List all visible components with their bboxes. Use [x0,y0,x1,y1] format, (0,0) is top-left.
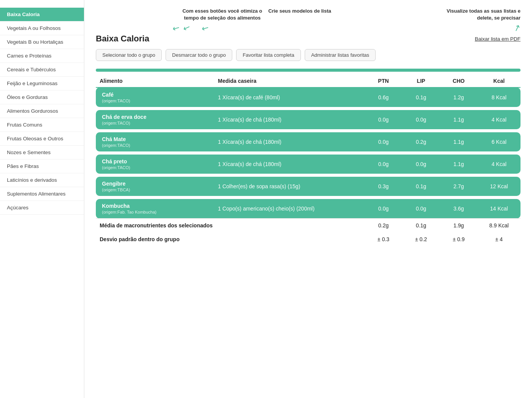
sidebar-item-13[interactable]: Suplementos Alimentares [0,187,84,201]
food-cho: 1.1g [440,110,478,129]
action-btn-0[interactable]: Selecionar todo o grupo [96,49,162,61]
spacer-5 [96,196,521,199]
food-origin: (origem:TBCA) [102,187,210,192]
media-cho: 1.9g [440,219,478,233]
food-lip: 0.0g [402,199,440,219]
table-row[interactable]: Gengibre (origem:TBCA) 1 Colher(es) de s… [96,177,521,196]
arrow1: ↙ [171,22,182,35]
food-cho: 1.1g [440,132,478,151]
food-kcal: 14 Kcal [478,199,521,219]
col-ptn: PTN [365,75,402,87]
food-ptn: 0.0g [365,110,402,129]
sidebar-item-10[interactable]: Nozes e Sementes [0,146,84,160]
sidebar-item-1[interactable]: Vegetais A ou Folhosos [0,21,84,35]
food-name: Kombucha [102,203,210,209]
download-pdf-label[interactable]: Baixar lista em PDF [475,36,521,42]
action-btn-1[interactable]: Desmarcar todo o grupo [166,49,232,61]
food-table: Alimento Medida caseira PTN LIP CHO [96,75,521,246]
table-row[interactable]: Café (origem:TACO) 1 Xícara(s) de café (… [96,87,521,107]
food-ptn: 0.0g [365,199,402,219]
food-lip: 0.1g [402,177,440,196]
food-ptn: 0.3g [365,177,402,196]
food-measure: 1 Xícara(s) de chá (180ml) [214,155,365,174]
food-kcal: 12 Kcal [478,177,521,196]
food-name: Café [102,92,210,98]
sidebar-item-8[interactable]: Frutas Comuns [0,118,84,132]
media-row: Média de macronutrientes dos selecionado… [96,219,521,233]
action-btn-3[interactable]: Administrar listas favoritas [305,49,376,61]
media-label: Média de macronutrientes dos selecionado… [96,219,365,233]
food-origin: (origem:TACO) [102,121,210,125]
table-row[interactable]: Chá preto (origem:TACO) 1 Xícara(s) de c… [96,155,521,174]
food-name-cell: Chá de erva doce (origem:TACO) [96,110,214,129]
top-green-bar [96,69,521,72]
food-kcal: 6 Kcal [478,132,521,151]
sidebar-item-0[interactable]: Baixa Caloria [0,8,84,21]
col-lip: LIP [402,75,440,87]
table-row[interactable]: Chá de erva doce (origem:TACO) 1 Xícara(… [96,110,521,129]
food-ptn: 0.0g [365,155,402,174]
desvio-lip: ± 0.2 [402,232,440,246]
col-cho: CHO [440,75,478,87]
sidebar-item-7[interactable]: Alimentos Gordurosos [0,104,84,118]
food-measure: 1 Xícara(s) de chá (180ml) [214,110,365,129]
food-lip: 0.0g [402,155,440,174]
page-title: Baixa Caloria [96,34,149,44]
sidebar-item-2[interactable]: Vegetais B ou Hortaliças [0,35,84,49]
food-measure: 1 Copo(s) americano(s) cheio(s) (200ml) [214,199,365,219]
food-name-cell: Chá preto (origem:TACO) [96,155,214,174]
arrow3: ↙ [200,22,211,35]
spacer-2 [96,129,521,132]
sidebar-item-5[interactable]: Feijão e Leguminosas [0,77,84,90]
spacer-4 [96,174,521,177]
col-medida: Medida caseira [214,75,365,87]
food-kcal: 4 Kcal [478,110,521,129]
sidebar-item-12[interactable]: Laticínios e derivados [0,173,84,187]
sidebar-item-9[interactable]: Frutas Oleosas e Outros [0,132,84,146]
table-row[interactable]: Chá Mate (origem:TACO) 1 Xícara(s) de ch… [96,132,521,151]
sidebar-item-14[interactable]: Açúcares [0,201,84,215]
food-name: Chá Mate [102,136,210,142]
food-origin: (origem:TACO) [102,143,210,148]
spacer-3 [96,151,521,155]
desvio-label: Desvio padrão dentro do grupo [96,232,365,246]
arrow4: ↗ [512,22,522,34]
desvio-cho: ± 0.9 [440,232,478,246]
food-lip: 0.1g [402,87,440,107]
col-alimento: Alimento [96,75,214,87]
food-origin: (origem:TACO) [102,99,210,103]
food-name: Chá de erva doce [102,114,210,120]
arrow2: ↙ [182,22,192,34]
table-row[interactable]: Kombucha (origem:Fab. Tao Kombucha) 1 Co… [96,199,521,219]
food-ptn: 0.0g [365,132,402,151]
food-measure: 1 Xícara(s) de chá (180ml) [214,132,365,151]
food-origin: (origem:TACO) [102,165,210,170]
sidebar-item-11[interactable]: Pães e Fibras [0,160,84,173]
food-name-cell: Gengibre (origem:TBCA) [96,177,214,196]
food-name: Gengibre [102,181,210,187]
food-cho: 1.1g [440,155,478,174]
sidebar-item-6[interactable]: Óleos e Gorduras [0,90,84,104]
table-header-row: Alimento Medida caseira PTN LIP CHO [96,75,521,87]
col-kcal: Kcal [478,75,521,87]
food-origin: (origem:Fab. Tao Kombucha) [102,210,210,214]
sidebar: Baixa CaloriaVegetais A ou FolhososVeget… [0,0,84,398]
desvio-row: Desvio padrão dentro do grupo ± 0.3 ± 0.… [96,232,521,246]
food-name-cell: Chá Mate (origem:TACO) [96,132,214,151]
desvio-kcal: ± 4 [478,232,521,246]
food-lip: 0.2g [402,132,440,151]
food-measure: 1 Colher(es) de sopa rasa(s) (15g) [214,177,365,196]
action-buttons-row: Selecionar todo o grupoDesmarcar todo o … [96,49,521,61]
annotation-tooltip3: Visualize todas as suas listas e delete,… [436,8,521,21]
action-btn-2[interactable]: Favoritar lista completa [236,49,300,61]
desvio-ptn: ± 0.3 [365,232,402,246]
food-ptn: 0.6g [365,87,402,107]
food-cho: 3.6g [440,199,478,219]
food-lip: 0.0g [402,110,440,129]
food-kcal: 8 Kcal [478,87,521,107]
main-content: Com esses botões você otimiza o tempo de… [84,0,532,398]
media-kcal: 8.9 Kcal [478,219,521,233]
food-measure: 1 Xícara(s) de café (80ml) [214,87,365,107]
sidebar-item-3[interactable]: Carnes e Proteínas [0,49,84,63]
sidebar-item-4[interactable]: Cereais e Tubérculos [0,63,84,77]
